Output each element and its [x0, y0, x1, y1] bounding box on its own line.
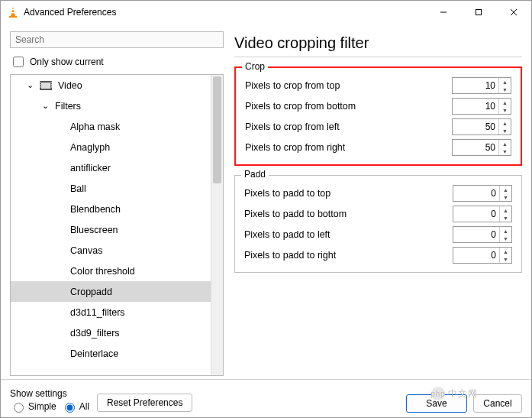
preferences-tree[interactable]: ⌄ Video ⌄ Filters Alpha maskAnaglyphanti…	[10, 74, 224, 376]
number-input[interactable]: 0▲▼	[453, 185, 512, 202]
svg-rect-1	[9, 16, 17, 18]
maximize-button[interactable]	[461, 1, 496, 24]
number-value: 0	[453, 229, 499, 240]
padd-field: Pixels to padd to top0▲▼	[244, 183, 512, 203]
svg-rect-2	[11, 9, 15, 10]
field-label: Pixels to crop from top	[245, 80, 452, 91]
spinner-up-icon[interactable]: ▲	[500, 227, 511, 235]
titlebar: Advanced Preferences	[1, 1, 531, 24]
svg-rect-9	[41, 83, 50, 89]
tree-scrollbar[interactable]	[211, 75, 223, 375]
crop-field: Pixels to crop from left50▲▼	[245, 117, 511, 137]
save-button[interactable]: Save	[406, 394, 467, 413]
radio-all[interactable]: All	[61, 400, 89, 413]
search-input[interactable]	[10, 31, 224, 48]
spinner[interactable]: ▲▼	[499, 206, 511, 222]
tree-item-label: antiflicker	[70, 163, 111, 173]
tree-item-label: Color threshold	[70, 266, 135, 277]
spinner[interactable]: ▲▼	[498, 140, 511, 155]
tree-item-label: Alpha mask	[70, 122, 120, 132]
spinner-down-icon[interactable]: ▼	[499, 127, 511, 134]
tree-item-filters[interactable]: ⌄ Filters	[11, 96, 223, 116]
padd-field: Pixels to padd to bottom0▲▼	[244, 204, 512, 224]
only-show-current-label: Only show current	[30, 57, 104, 67]
spinner-up-icon[interactable]: ▲	[500, 186, 511, 193]
tree-item-label: Filters	[55, 101, 81, 112]
tree-item-filter[interactable]: Color threshold	[11, 261, 223, 281]
svg-rect-10	[40, 82, 41, 83]
number-value: 0	[453, 188, 499, 199]
tree-item-filter[interactable]: Deinterlace	[11, 343, 223, 364]
field-label: Pixels to crop from bottom	[245, 101, 452, 112]
scrollbar-thumb[interactable]	[213, 76, 221, 183]
tree-item-filter[interactable]: Croppadd	[11, 281, 223, 302]
tree-item-label: Canvas	[70, 245, 102, 256]
field-label: Pixels to crop from right	[245, 142, 452, 153]
show-settings-label: Show settings	[10, 388, 89, 399]
tree-item-filter[interactable]: Alpha mask	[11, 116, 223, 137]
cancel-button[interactable]: Cancel	[473, 394, 522, 413]
tree-item-filter[interactable]: Canvas	[11, 240, 223, 261]
tree-item-filter[interactable]: Blendbench	[11, 199, 223, 219]
number-input[interactable]: 10▲▼	[452, 98, 511, 115]
spinner-up-icon[interactable]: ▲	[500, 248, 511, 255]
spinner[interactable]: ▲▼	[498, 119, 511, 134]
spinner[interactable]: ▲▼	[499, 227, 511, 242]
radio-simple[interactable]: Simple	[10, 400, 56, 413]
spinner[interactable]: ▲▼	[499, 186, 511, 201]
tree-item-filter[interactable]: d3d9_filters	[11, 322, 223, 343]
crop-field: Pixels to crop from bottom10▲▼	[245, 96, 511, 116]
number-input[interactable]: 0▲▼	[453, 226, 512, 243]
tree-item-filter[interactable]: Anaglyph	[11, 137, 223, 157]
tree-item-filter[interactable]: antiflicker	[11, 157, 223, 178]
spinner-up-icon[interactable]: ▲	[499, 119, 511, 127]
film-icon	[40, 81, 52, 90]
reset-preferences-button[interactable]: Reset Preferences	[97, 394, 192, 412]
spinner-down-icon[interactable]: ▼	[499, 147, 511, 155]
svg-marker-0	[11, 7, 15, 16]
only-show-current-checkbox[interactable]	[13, 57, 24, 67]
spinner[interactable]: ▲▼	[499, 248, 511, 263]
padd-field: Pixels to padd to right0▲▼	[244, 245, 512, 265]
spinner-down-icon[interactable]: ▼	[500, 255, 511, 263]
crop-group: Crop Pixels to crop from top10▲▼Pixels t…	[234, 66, 522, 166]
crop-field: Pixels to crop from top10▲▼	[245, 76, 511, 96]
minimize-button[interactable]	[426, 1, 461, 24]
field-label: Pixels to padd to right	[244, 250, 453, 261]
spinner-up-icon[interactable]: ▲	[499, 140, 511, 147]
field-label: Pixels to padd to top	[244, 188, 453, 199]
number-value: 10	[453, 80, 498, 91]
padd-field: Pixels to padd to left0▲▼	[244, 225, 512, 245]
spinner-down-icon[interactable]: ▼	[499, 86, 511, 93]
tree-item-filter[interactable]: Ball	[11, 178, 223, 199]
spinner-down-icon[interactable]: ▼	[499, 106, 511, 114]
number-input[interactable]: 0▲▼	[453, 247, 512, 264]
tree-item-filter[interactable]: Bluescreen	[11, 219, 223, 240]
number-input[interactable]: 10▲▼	[452, 77, 511, 94]
spinner-up-icon[interactable]: ▲	[499, 99, 511, 106]
close-button[interactable]	[496, 1, 531, 24]
spinner[interactable]: ▲▼	[498, 99, 511, 114]
number-input[interactable]: 50▲▼	[452, 139, 511, 156]
vlc-cone-icon	[7, 6, 19, 18]
tree-item-label: Blendbench	[70, 204, 121, 215]
tree-item-label: Video	[58, 80, 82, 91]
spinner-down-icon[interactable]: ▼	[500, 214, 511, 222]
tree-item-filter[interactable]: d3d11_filters	[11, 302, 223, 322]
field-label: Pixels to padd to bottom	[244, 209, 453, 219]
crop-field: Pixels to crop from right50▲▼	[245, 138, 511, 157]
spinner-up-icon[interactable]: ▲	[500, 206, 511, 214]
svg-rect-13	[51, 82, 53, 83]
number-input[interactable]: 50▲▼	[452, 118, 511, 135]
window-title: Advanced Preferences	[24, 7, 116, 18]
number-value: 50	[453, 122, 498, 132]
tree-item-video[interactable]: ⌄ Video	[11, 75, 223, 96]
number-input[interactable]: 0▲▼	[453, 206, 512, 222]
spinner-up-icon[interactable]: ▲	[499, 78, 511, 86]
svg-rect-12	[40, 86, 41, 88]
spinner-down-icon[interactable]: ▼	[500, 235, 511, 242]
tree-item-label: d3d11_filters	[70, 307, 125, 318]
chevron-down-icon: ⌄	[41, 101, 49, 111]
spinner-down-icon[interactable]: ▼	[500, 193, 511, 201]
spinner[interactable]: ▲▼	[498, 78, 511, 93]
